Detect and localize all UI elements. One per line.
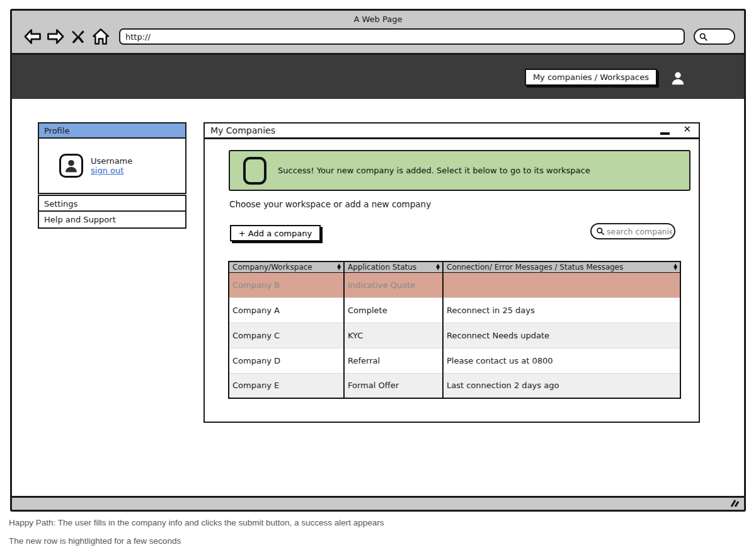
annotation-happy-path: Happy Path: The user fills in the compan… (9, 518, 384, 527)
cell-status: Indicative Quote (344, 272, 443, 297)
table-row[interactable]: Company EFormal OfferLast connection 2 d… (229, 373, 680, 398)
table-row[interactable]: Company DReferralPlease contact us at 08… (229, 348, 680, 373)
company-search-input[interactable] (607, 227, 672, 236)
browser-window-title: A Web Page (12, 14, 744, 24)
cell-message: Last connection 2 days ago (443, 373, 680, 398)
cell-company: Company C (229, 323, 344, 348)
cell-message: Reconnect in 25 days (443, 297, 680, 323)
sort-icon[interactable]: ▲▼ (436, 264, 440, 270)
resize-grip-icon[interactable] (728, 499, 739, 508)
company-search-box[interactable] (590, 223, 675, 239)
cell-company: Company B (229, 272, 344, 297)
profile-panel: Username sign out (38, 139, 186, 194)
browser-nav-row (23, 26, 735, 47)
cell-status: Referral (344, 348, 443, 373)
browser-search-box[interactable] (694, 28, 735, 45)
cell-status: Formal Offer (344, 373, 443, 398)
table-row[interactable]: Company ACompleteReconnect in 25 days (229, 297, 680, 323)
companies-table-body: Company BIndicative QuoteCompany AComple… (229, 272, 680, 398)
column-header-application-status[interactable]: Application Status ▲▼ (344, 261, 443, 272)
back-icon[interactable] (23, 27, 42, 46)
window-title: My Companies (210, 125, 275, 135)
search-icon (699, 32, 708, 42)
my-companies-workspaces-button[interactable]: My companies / Workspaces (525, 69, 657, 86)
column-header-connection-messages[interactable]: Connection/ Error Messages / Status Mess… (443, 261, 680, 272)
person-icon (63, 158, 79, 174)
sidebar-header-profile: Profile (38, 122, 186, 139)
annotation-row-highlight: The new row is hightlighted for a few se… (9, 536, 181, 546)
sort-icon[interactable]: ▲▼ (673, 264, 678, 270)
cell-company: Company A (229, 297, 344, 323)
url-input[interactable] (119, 28, 685, 45)
cell-status: KYC (344, 323, 443, 348)
sidebar-item-settings[interactable]: Settings (38, 195, 186, 212)
table-row[interactable]: Company CKYCReconnect Needs update (229, 323, 680, 348)
profile-meta: Username sign out (91, 156, 132, 175)
table-header-row: Company/Workspace ▲▼ Application Status … (229, 261, 680, 272)
success-alert-message: Success! Your new company is added. Sele… (278, 166, 590, 175)
username-label: Username (91, 156, 132, 166)
browser-chrome: A Web Page (12, 11, 744, 55)
companies-table: Company/Workspace ▲▼ Application Status … (228, 261, 681, 399)
browser-window: A Web Page (10, 9, 746, 512)
avatar (59, 154, 83, 178)
page: A Web Page (0, 0, 756, 557)
home-icon[interactable] (91, 27, 110, 46)
cell-company: Company E (229, 373, 344, 398)
stop-icon[interactable] (69, 27, 88, 46)
my-companies-window: My Companies ✕ Success! Your new company… (203, 122, 700, 423)
success-alert: Success! Your new company is added. Sele… (229, 150, 690, 191)
cell-company: Company D (229, 348, 344, 373)
sidebar: Profile Username sign out Settings Help … (38, 122, 186, 229)
close-icon[interactable]: ✕ (683, 123, 691, 135)
cell-message (443, 272, 680, 297)
cell-message: Reconnect Needs update (443, 323, 680, 348)
main-content: Profile Username sign out Settings Help … (12, 99, 744, 498)
window-titlebar: My Companies ✕ (205, 123, 699, 139)
add-company-button[interactable]: + Add a company (230, 225, 321, 241)
cell-message: Please contact us at 0800 (443, 348, 680, 373)
checkbox-icon (243, 157, 266, 185)
browser-status-bar (12, 496, 744, 510)
search-icon (596, 227, 605, 236)
app-header: My companies / Workspaces (12, 55, 744, 99)
person-icon[interactable] (670, 70, 686, 86)
column-header-company-workspace[interactable]: Company/Workspace ▲▼ (229, 261, 344, 272)
sidebar-item-help-and-support[interactable]: Help and Support (38, 212, 186, 229)
sort-icon[interactable]: ▲▼ (337, 264, 341, 270)
workspace-subtitle: Choose your workspace or add a new compa… (229, 199, 431, 209)
forward-icon[interactable] (46, 27, 65, 46)
sign-out-link[interactable]: sign out (91, 166, 123, 175)
minimize-icon[interactable] (660, 132, 670, 135)
cell-status: Complete (344, 297, 443, 323)
table-row[interactable]: Company BIndicative Quote (229, 272, 680, 297)
